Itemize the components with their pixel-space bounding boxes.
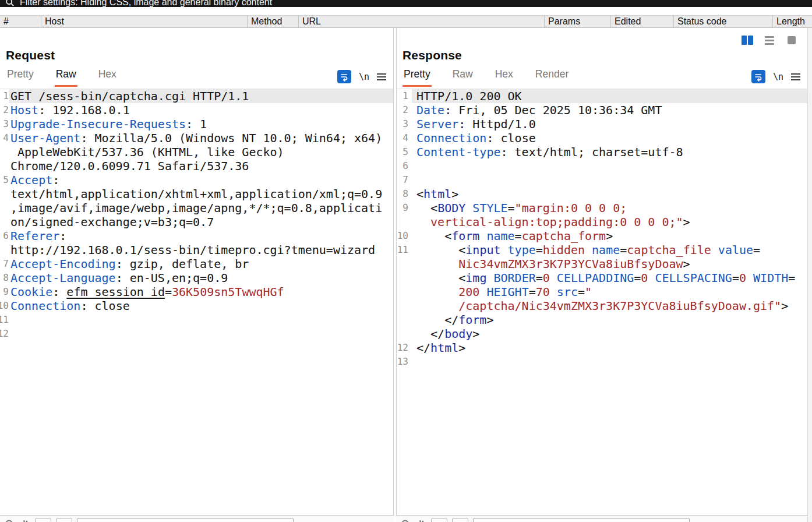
line-content: 200 HEIGHT=70 src="	[412, 285, 807, 299]
line-content: Accept-Language: en-US,en;q=0.9	[9, 271, 393, 285]
single-pane-view-button[interactable]	[784, 34, 799, 47]
search-prev-button[interactable]	[35, 518, 51, 522]
column-header-host[interactable]: Host	[41, 16, 247, 27]
code-line: 10Connection: close	[0, 299, 393, 313]
search-settings-gear-icon[interactable]	[20, 519, 30, 522]
show-newlines-toggle[interactable]: \n	[773, 72, 783, 82]
code-line: 12	[0, 327, 393, 341]
code-line: Nic34vmZMX3r3K7P3YCVa8iuBfsyDoaw>	[397, 257, 807, 271]
search-input[interactable]	[473, 518, 690, 522]
code-line: 9 <BODY STYLE="margin:0 0 0 0;	[397, 201, 807, 215]
search-icon[interactable]	[5, 519, 15, 522]
line-content	[9, 327, 393, 341]
history-table-header: #HostMethodURLParamsEditedStatus codeLen…	[0, 15, 812, 28]
line-content: on/signed-exchange;v=b3;q=0.7	[9, 215, 393, 229]
column-header-method[interactable]: Method	[247, 16, 298, 27]
show-newlines-toggle[interactable]: \n	[359, 72, 369, 82]
line-number: 7	[0, 257, 9, 271]
line-content: Accept-Encoding: gzip, deflate, br	[9, 257, 393, 271]
code-line: AppleWebKit/537.36 (KHTML, like Gecko)	[0, 145, 393, 159]
code-line: 5Accept:	[0, 173, 393, 187]
request-editor[interactable]: 1GET /sess-bin/captcha.cgi HTTP/1.12Host…	[0, 89, 393, 341]
line-number	[397, 257, 412, 271]
code-line: 3Upgrade-Insecure-Requests: 1	[0, 117, 393, 131]
line-number: 2	[397, 103, 412, 117]
search-icon[interactable]	[401, 519, 411, 522]
search-settings-gear-icon[interactable]	[416, 519, 426, 522]
line-content: </form>	[412, 313, 807, 327]
line-number: 8	[397, 187, 412, 201]
line-content: <html>	[412, 187, 807, 201]
editor-menu-icon[interactable]	[791, 73, 800, 80]
search-input[interactable]	[77, 518, 294, 522]
tab-request-raw[interactable]: Raw	[55, 68, 77, 87]
split-rows-view-button[interactable]	[762, 34, 777, 47]
search-prev-button[interactable]	[431, 518, 447, 522]
line-content: text/html,application/xhtml+xml,applicat…	[9, 187, 393, 201]
line-content: ,image/avif,image/webp,image/apng,*/*;q=…	[9, 201, 393, 215]
code-line: vertical-align:top;padding:0 0 0 0;">	[397, 215, 807, 229]
search-next-button[interactable]	[56, 518, 72, 522]
column-header-url[interactable]: URL	[298, 16, 544, 27]
line-number: 6	[0, 229, 9, 243]
line-number	[0, 215, 9, 229]
response-search-bar	[396, 515, 807, 522]
word-wrap-button[interactable]	[751, 70, 765, 83]
tab-response-hex[interactable]: Hex	[494, 68, 514, 87]
code-line: 4User-Agent: Mozilla/5.0 (Windows NT 10.…	[0, 131, 393, 145]
line-number: 13	[397, 355, 412, 369]
line-number	[0, 159, 9, 173]
code-line: 6	[397, 159, 807, 173]
line-number: 12	[0, 327, 9, 341]
line-number: 6	[397, 159, 412, 173]
line-content: Date: Fri, 05 Dec 2025 10:36:34 GMT	[412, 103, 807, 117]
column-header-params[interactable]: Params	[544, 16, 610, 27]
column-header-edited[interactable]: Edited	[610, 16, 673, 27]
line-content: </body>	[412, 327, 807, 341]
code-line: ,image/avif,image/webp,image/apng,*/*;q=…	[0, 201, 393, 215]
line-number	[397, 299, 412, 313]
column-header-status-code[interactable]: Status code	[673, 16, 772, 27]
code-line: 6Referer:	[0, 229, 393, 243]
response-panel: Response PrettyRawHexRender \n 1HTTP/1.0…	[396, 28, 807, 515]
column-header-length[interactable]: Length	[772, 16, 812, 27]
line-number	[0, 201, 9, 215]
line-content: http://192.168.0.1/sess-bin/timepro.cgi?…	[9, 243, 393, 257]
line-number: 12	[397, 341, 412, 355]
search-next-button[interactable]	[452, 518, 468, 522]
line-number: 3	[0, 117, 9, 131]
column-header--[interactable]: #	[0, 16, 41, 27]
editor-menu-icon[interactable]	[377, 73, 386, 80]
code-line: 2Host: 192.168.0.1	[0, 103, 393, 117]
vertical-scrollbar[interactable]	[807, 28, 812, 522]
code-line: http://192.168.0.1/sess-bin/timepro.cgi?…	[0, 243, 393, 257]
line-number: 4	[397, 131, 412, 145]
response-editor[interactable]: 1HTTP/1.0 200 OK2Date: Fri, 05 Dec 2025 …	[397, 89, 807, 369]
line-number: 3	[397, 117, 412, 131]
split-columns-view-button[interactable]	[740, 34, 755, 47]
line-content: <input type=hidden name=captcha_file val…	[412, 243, 807, 257]
line-content: <form name=captcha_form>	[412, 229, 807, 243]
line-number	[397, 285, 412, 299]
line-number: 10	[0, 299, 9, 313]
tab-request-pretty[interactable]: Pretty	[6, 68, 35, 87]
response-tabs: PrettyRawHexRender \n	[403, 68, 800, 87]
line-number: 9	[397, 201, 412, 215]
line-content: Cookie: efm_session_id=36K509sn5TwwqHGf	[9, 285, 393, 299]
line-number: 11	[0, 313, 9, 327]
request-panel: Request PrettyRawHex \n 1GET /sess-bin/c…	[0, 28, 394, 515]
line-number: 5	[397, 145, 412, 159]
filter-settings-bar[interactable]: Filter settings: Hiding CSS, image and g…	[0, 0, 812, 7]
tab-request-hex[interactable]: Hex	[97, 68, 118, 87]
tab-response-raw[interactable]: Raw	[451, 68, 474, 87]
line-number: 4	[0, 131, 9, 145]
word-wrap-button[interactable]	[337, 70, 351, 83]
code-line: 7Accept-Encoding: gzip, deflate, br	[0, 257, 393, 271]
code-line: 1HTTP/1.0 200 OK	[397, 89, 807, 103]
code-line: /captcha/Nic34vmZMX3r3K7P3YCVa8iuBfsyDoa…	[397, 299, 807, 313]
code-line: 3Server: Httpd/1.0	[397, 117, 807, 131]
code-line: text/html,application/xhtml+xml,applicat…	[0, 187, 393, 201]
tab-response-render[interactable]: Render	[534, 68, 570, 87]
line-content: <img BORDER=0 CELLPADDING=0 CELLSPACING=…	[412, 271, 807, 285]
tab-response-pretty[interactable]: Pretty	[403, 68, 432, 87]
